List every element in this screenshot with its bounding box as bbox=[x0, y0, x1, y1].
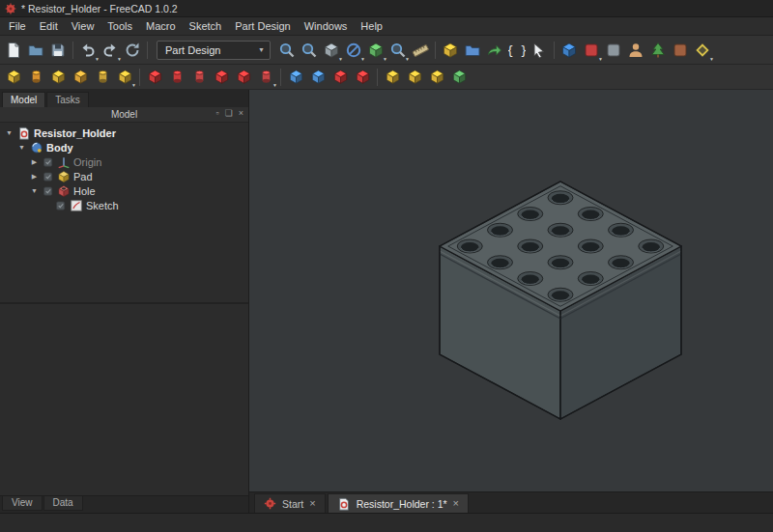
toolbar-main: ▼▼Part Design▼▼▼▼▼{ }▼▼ bbox=[0, 36, 773, 65]
tab-tasks[interactable]: Tasks bbox=[46, 92, 89, 107]
pocket-button[interactable] bbox=[144, 67, 165, 88]
material-button[interactable] bbox=[670, 39, 691, 62]
tree-item-label: Origin bbox=[73, 156, 101, 168]
thickness-button[interactable] bbox=[352, 67, 373, 88]
document-tab-resistor-holder-1-[interactable]: Resistor_Holder : 1*× bbox=[328, 493, 469, 513]
side-panel: ModelTasks Model ▫ ❏ × ▼Resistor_Holder▼… bbox=[0, 90, 249, 513]
expand-arrow-icon[interactable]: ▼ bbox=[16, 144, 27, 151]
tree-item-origin[interactable]: ▶Origin bbox=[0, 154, 248, 169]
panel-float-icon[interactable]: ▫ bbox=[215, 108, 218, 118]
menu-help[interactable]: Help bbox=[354, 18, 389, 35]
window-title: * Resistor_Holder - FreeCAD 1.0.2 bbox=[21, 3, 178, 14]
view-fit-all-button[interactable] bbox=[276, 39, 298, 62]
view-fit-selection-button[interactable] bbox=[299, 39, 320, 62]
std-save-button[interactable] bbox=[47, 39, 69, 62]
tree-item-resistor_holder[interactable]: ▼Resistor_Holder bbox=[0, 126, 248, 140]
additive-primitive-button[interactable]: ▼ bbox=[114, 67, 135, 88]
close-tab-icon[interactable]: × bbox=[453, 498, 459, 509]
origin-icon bbox=[57, 155, 71, 169]
additive-helix-button[interactable] bbox=[92, 67, 113, 88]
feature-overlay-icon bbox=[43, 156, 54, 168]
mirrored-icon bbox=[385, 69, 401, 85]
expand-arrow-icon[interactable]: ▶ bbox=[29, 173, 40, 181]
view-std-views-button[interactable]: ▼ bbox=[343, 39, 364, 62]
subtractive-loft-button[interactable] bbox=[211, 67, 232, 88]
chevron-down-icon: ▼ bbox=[258, 46, 265, 53]
multitransform-button[interactable] bbox=[448, 67, 470, 88]
expand-arrow-icon[interactable]: ▶ bbox=[29, 158, 40, 166]
std-refresh-icon bbox=[124, 42, 141, 59]
dock-overlay-button[interactable] bbox=[558, 39, 580, 62]
menu-sketch[interactable]: Sketch bbox=[183, 18, 229, 35]
expand-arrow-icon[interactable]: ▼ bbox=[29, 187, 40, 194]
tree-item-sketch[interactable]: Sketch bbox=[0, 198, 248, 212]
tree-item-pad[interactable]: ▶Pad bbox=[0, 169, 248, 183]
appearance-button[interactable]: ▼ bbox=[692, 39, 713, 62]
close-tab-icon[interactable]: × bbox=[309, 498, 315, 509]
tree-item-hole[interactable]: ▼Hole bbox=[0, 183, 248, 198]
robot-sim-button[interactable] bbox=[603, 39, 624, 62]
fillet-button[interactable] bbox=[285, 67, 306, 88]
tree-item-body[interactable]: ▼Body bbox=[0, 140, 248, 154]
pad-button[interactable] bbox=[3, 67, 24, 88]
document-tab-start[interactable]: Start× bbox=[254, 493, 326, 513]
hole-icon bbox=[57, 184, 71, 198]
chamfer-button[interactable] bbox=[307, 67, 329, 88]
view-axonometric-button[interactable]: ▼ bbox=[365, 39, 386, 62]
std-refresh-button[interactable] bbox=[122, 39, 143, 62]
tree-item-label: Body bbox=[46, 142, 73, 154]
std-undo-button[interactable]: ▼ bbox=[77, 39, 99, 62]
menu-windows[interactable]: Windows bbox=[298, 18, 355, 35]
tab-model[interactable]: Model bbox=[2, 92, 45, 107]
panel-close-icon[interactable]: × bbox=[239, 108, 243, 118]
menu-part-design[interactable]: Part Design bbox=[228, 18, 297, 35]
viewport-3d[interactable] bbox=[249, 90, 773, 491]
whats-this-button[interactable] bbox=[529, 39, 550, 62]
doc-icon bbox=[337, 497, 351, 511]
menu-tools[interactable]: Tools bbox=[100, 18, 139, 35]
linear-pattern-button[interactable] bbox=[404, 67, 425, 88]
toolbar-separator bbox=[139, 69, 140, 86]
dropdown-arrow-icon[interactable]: ▼ bbox=[131, 82, 136, 88]
hole-button[interactable] bbox=[166, 67, 187, 88]
menu-bar: FileEditViewToolsMacroSketchPart DesignW… bbox=[0, 17, 773, 36]
draft-button[interactable] bbox=[329, 67, 351, 88]
subtractive-pipe-icon bbox=[236, 69, 252, 85]
make-link-button[interactable] bbox=[484, 39, 505, 62]
std-open-button[interactable] bbox=[25, 39, 46, 62]
menu-edit[interactable]: Edit bbox=[33, 18, 65, 35]
spreadsheet-button[interactable]: ▼ bbox=[581, 39, 602, 62]
additive-loft-button[interactable] bbox=[47, 67, 69, 88]
view-zoom-button[interactable]: ▼ bbox=[387, 39, 409, 62]
arch-tree-button[interactable] bbox=[647, 39, 669, 62]
revolution-button[interactable] bbox=[25, 67, 46, 88]
std-redo-button[interactable]: ▼ bbox=[100, 39, 121, 62]
std-save-icon bbox=[49, 42, 67, 59]
mirrored-button[interactable] bbox=[382, 67, 403, 88]
workbench-selector[interactable]: Part Design▼ bbox=[157, 41, 271, 60]
dropdown-arrow-icon[interactable]: ▼ bbox=[272, 82, 277, 88]
menu-view[interactable]: View bbox=[65, 18, 101, 35]
std-new-button[interactable] bbox=[3, 39, 24, 62]
tree-item-label: Pad bbox=[73, 171, 93, 182]
persona-avatar-button[interactable] bbox=[625, 39, 646, 62]
tab-view[interactable]: View bbox=[2, 496, 43, 511]
panel-float-icon[interactable]: ❏ bbox=[225, 108, 233, 118]
expand-arrow-icon[interactable]: ▼ bbox=[4, 129, 14, 136]
create-group-button[interactable] bbox=[462, 39, 483, 62]
additive-pipe-button[interactable] bbox=[70, 67, 91, 88]
svg-text:{ }: { } bbox=[508, 43, 526, 57]
polar-pattern-button[interactable] bbox=[426, 67, 447, 88]
expression-editor-button[interactable]: { } bbox=[506, 39, 528, 62]
view-draw-style-button[interactable]: ▼ bbox=[321, 39, 342, 62]
create-body-button[interactable] bbox=[440, 39, 461, 62]
dropdown-arrow-icon[interactable]: ▼ bbox=[709, 56, 714, 62]
robot-sim-icon bbox=[605, 42, 622, 59]
menu-file[interactable]: File bbox=[2, 18, 33, 35]
tab-data[interactable]: Data bbox=[43, 496, 83, 511]
subtractive-helix-button[interactable]: ▼ bbox=[255, 67, 276, 88]
menu-macro[interactable]: Macro bbox=[139, 18, 183, 35]
measure-button[interactable] bbox=[410, 39, 431, 62]
groove-button[interactable] bbox=[188, 67, 210, 88]
subtractive-pipe-button[interactable] bbox=[233, 67, 254, 88]
